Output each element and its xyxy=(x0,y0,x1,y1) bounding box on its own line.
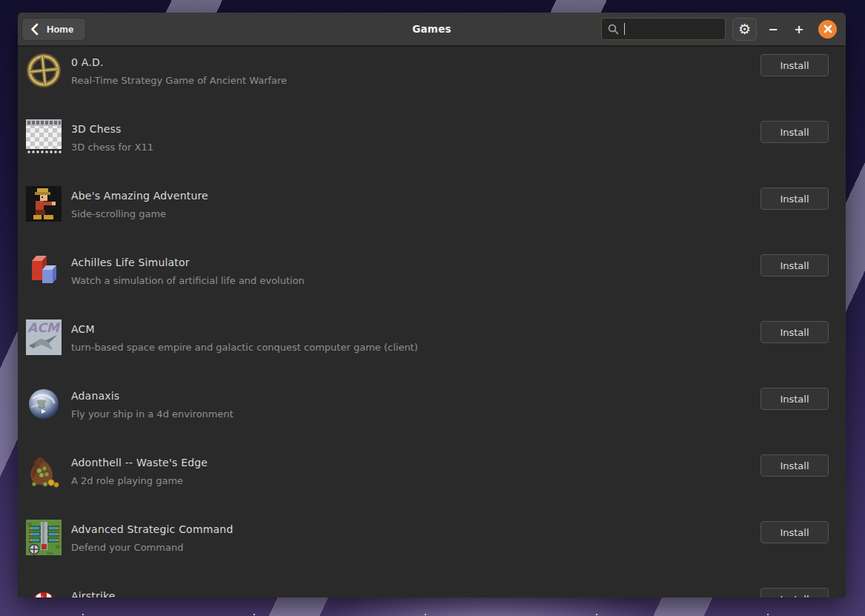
install-button[interactable]: Install xyxy=(760,121,829,143)
game-text: 3D Chess 3D chess for X11 xyxy=(71,123,742,153)
game-text: 0 A.D. Real-Time Strategy Game of Ancien… xyxy=(71,56,742,86)
install-button[interactable]: Install xyxy=(760,454,829,477)
back-home-button[interactable]: Home xyxy=(21,18,86,41)
install-button[interactable]: Install xyxy=(760,54,829,76)
game-subtitle: Watch a simulation of artificial life an… xyxy=(71,275,742,286)
game-list-item: Adanaxis Fly your ship in a 4d environme… xyxy=(18,380,846,447)
page-title: Games xyxy=(412,23,451,35)
games-list: 0 A.D. Real-Time Strategy Game of Ancien… xyxy=(18,47,846,597)
game-text: ACM turn-based space empire and galactic… xyxy=(71,323,742,353)
acm-jet-icon: ACM xyxy=(26,319,62,355)
svg-text:ACM: ACM xyxy=(27,320,61,335)
settings-button[interactable]: ⚙ xyxy=(732,18,757,41)
chessboard-icon xyxy=(26,119,62,155)
game-title: ACM xyxy=(71,323,742,335)
coin-sack-icon xyxy=(26,453,62,489)
game-text: Achilles Life Simulator Watch a simulati… xyxy=(71,256,742,286)
minus-button[interactable]: − xyxy=(763,22,783,36)
game-title: 3D Chess xyxy=(71,123,742,135)
game-list-item: Airstrike Install xyxy=(18,580,846,597)
game-text: Adanaxis Fly your ship in a 4d environme… xyxy=(71,390,742,420)
game-title: Advanced Strategic Command xyxy=(71,523,742,535)
game-text: Advanced Strategic Command Defend your C… xyxy=(71,523,742,553)
game-text: Abe's Amazing Adventure Side-scrolling g… xyxy=(71,190,742,219)
game-subtitle: Side-scrolling game xyxy=(71,208,742,219)
strategy-base-icon xyxy=(26,520,62,555)
text-cursor xyxy=(624,23,625,35)
back-home-label: Home xyxy=(47,24,73,35)
game-subtitle: 3D chess for X11 xyxy=(71,142,742,153)
game-list-item: ACM ACM turn-based space empire and gala… xyxy=(18,314,846,380)
game-list-item: Advanced Strategic Command Defend your C… xyxy=(18,514,846,580)
back-chevron-icon xyxy=(30,23,39,36)
close-button[interactable] xyxy=(818,20,837,39)
install-button[interactable]: Install xyxy=(760,254,829,276)
game-text: Adonthell -- Waste's Edge A 2d role play… xyxy=(71,457,742,486)
game-list-item: Achilles Life Simulator Watch a simulati… xyxy=(18,247,846,314)
window-header: Home Games ⚙ − + xyxy=(18,13,846,47)
install-button[interactable]: Install xyxy=(760,188,829,210)
game-title: Adonthell -- Waste's Edge xyxy=(71,457,742,468)
game-list-item: Adonthell -- Waste's Edge A 2d role play… xyxy=(18,447,846,514)
install-button[interactable]: Install xyxy=(760,388,829,410)
striped-balloon-icon xyxy=(26,586,62,597)
red-blue-boxes-icon xyxy=(26,253,62,288)
plus-button[interactable]: + xyxy=(789,22,809,36)
search-input[interactable] xyxy=(630,24,719,35)
game-subtitle: A 2d role playing game xyxy=(71,475,742,486)
search-icon xyxy=(608,24,619,35)
game-list-item: 0 A.D. Real-Time Strategy Game of Ancien… xyxy=(18,47,846,113)
game-title: Airstrike xyxy=(71,590,742,597)
pixel-character-icon xyxy=(26,186,62,222)
game-list-item: Abe's Amazing Adventure Side-scrolling g… xyxy=(18,180,846,247)
install-button[interactable]: Install xyxy=(760,321,829,343)
game-list-item: 3D Chess 3D chess for X11 Install xyxy=(18,113,846,180)
game-subtitle: Defend your Command xyxy=(71,542,742,553)
game-subtitle: Real-Time Strategy Game of Ancient Warfa… xyxy=(71,75,742,86)
game-text: Airstrike xyxy=(71,590,742,597)
close-x-icon xyxy=(823,24,832,33)
game-title: 0 A.D. xyxy=(71,56,742,68)
planet-earth-icon xyxy=(26,386,62,422)
game-subtitle: turn-based space empire and galactic con… xyxy=(71,342,742,353)
gear-icon: ⚙ xyxy=(738,22,751,36)
search-box[interactable] xyxy=(601,18,726,40)
header-controls: ⚙ − + xyxy=(601,18,837,41)
app-window: Home Games ⚙ − + 0 xyxy=(18,13,846,597)
game-title: Adanaxis xyxy=(71,390,742,402)
game-subtitle: Fly your ship in a 4d environment xyxy=(71,408,742,420)
game-title: Achilles Life Simulator xyxy=(71,256,742,268)
0ad-emblem-icon xyxy=(26,53,62,88)
install-button[interactable]: Install xyxy=(760,588,829,597)
install-button[interactable]: Install xyxy=(760,521,829,543)
game-title: Abe's Amazing Adventure xyxy=(71,190,742,202)
